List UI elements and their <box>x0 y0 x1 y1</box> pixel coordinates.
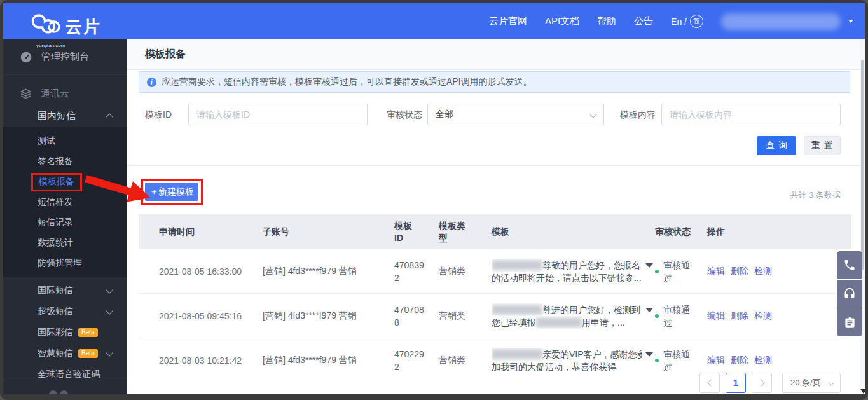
layers-icon <box>20 88 32 100</box>
expand-template-caret-icon[interactable] <box>645 308 653 312</box>
screenshot-frame: 云片 yunpian.com 云片官网 API文档 帮助 公告 En / 简 管 <box>0 0 868 400</box>
cell-template: 尊进的用户您好，检测到 您已经填报用申请，... <box>492 303 655 329</box>
template-text: 尊进的用户您好，检测到 <box>542 305 640 315</box>
edit-link[interactable]: 编辑 <box>707 355 725 366</box>
cell-subaccount: [营销] 4fd3****f979 营销 <box>263 355 394 366</box>
cell-operations: 编辑 删除 检测 <box>707 355 851 366</box>
yunpian-logo[interactable]: 云片 yunpian.com <box>30 9 101 34</box>
next-page-button[interactable] <box>752 373 772 393</box>
redacted-text <box>492 349 542 359</box>
delete-link[interactable]: 删除 <box>731 266 748 277</box>
customer-service-button[interactable] <box>837 280 862 308</box>
sidebar-item-intl-mms[interactable]: 国际彩信 Beta <box>3 322 127 343</box>
status-dot-green <box>655 314 659 318</box>
sidebar-item-template-filing[interactable]: 模板报备 <box>3 172 127 192</box>
new-template-button[interactable]: ＋新建模板 <box>145 183 198 201</box>
sidebar-item-sms-records[interactable]: 短信记录 <box>3 212 127 233</box>
submenu-label: 数据统计 <box>38 237 73 249</box>
check-link[interactable]: 检测 <box>754 266 772 277</box>
expand-template-caret-icon[interactable] <box>645 352 653 357</box>
sidebar-item-domestic-sms[interactable]: 国内短信 <box>3 104 127 127</box>
template-text: 尊敬的用户您好，您报名 <box>542 260 640 270</box>
feedback-button[interactable] <box>837 308 862 336</box>
template-id-label: 模板ID <box>145 104 172 125</box>
sidebar-item-smart-sms[interactable]: 智慧短信 Beta <box>3 343 127 364</box>
review-status-value: 全部 <box>436 109 453 120</box>
sidebar-item-signature-filing[interactable]: 签名报备 <box>3 151 127 172</box>
domestic-sms-label: 国内短信 <box>38 110 76 122</box>
logo-text: 云片 <box>65 18 101 35</box>
cell-template-id: 4708392 <box>394 259 439 284</box>
review-status-label: 审核状态 <box>387 104 422 125</box>
template-id-input[interactable] <box>188 104 368 125</box>
page-size-select[interactable]: 20 条/页 <box>782 373 841 393</box>
nav-link-announcements[interactable]: 公告 <box>634 15 653 27</box>
review-status-select[interactable]: 全部 <box>427 104 604 125</box>
check-link[interactable]: 检测 <box>754 355 772 366</box>
prev-page-button[interactable] <box>699 373 720 393</box>
account-menu-redacted[interactable] <box>721 13 841 30</box>
vertical-scrollbar[interactable] <box>860 39 865 394</box>
cell-template-type: 营销类 <box>439 266 492 277</box>
delete-link[interactable]: 删除 <box>731 355 748 366</box>
sidebar-item-anti-harassment[interactable]: 防骚扰管理 <box>3 253 127 273</box>
search-button[interactable]: 查询 <box>757 136 796 155</box>
check-link[interactable]: 检测 <box>754 310 772 322</box>
sidebar-group-comm-cloud[interactable]: 通讯云 <box>3 83 127 104</box>
edit-link[interactable]: 编辑 <box>707 266 725 277</box>
table-row: 2021-08-05 16:33:00 [营销] 4fd3****f979 营销… <box>139 249 851 294</box>
sidebar-group-label: 通讯云 <box>41 88 69 100</box>
status-text: 审核通过 <box>663 303 694 329</box>
sidebar-item-super-sms[interactable]: 超级短信 <box>3 301 127 322</box>
template-text: 您已经填报 <box>492 317 536 328</box>
submenu-label: 测试 <box>38 135 55 147</box>
sidebar-item-test[interactable]: 测试 <box>3 131 127 151</box>
status-dot-green <box>655 359 659 362</box>
chevron-up-icon <box>106 113 113 120</box>
page-title-bar: 模板报备 <box>127 39 860 70</box>
template-text: 用申请，... <box>582 317 625 328</box>
lang-en-label: En / <box>671 17 687 27</box>
account-caret-icon <box>848 20 853 23</box>
template-text: 的活动即将开始，请点击以下链接参... <box>492 272 642 284</box>
sidebar-item-intl-sms[interactable]: 国际短信 <box>3 280 127 301</box>
notice-banner: i 应运营商要求，短信内容需审核，模板审核通过后，可以直接群发或通过API调用的… <box>139 71 850 93</box>
sidebar-item-data-statistics[interactable]: 数据统计 <box>3 233 127 253</box>
page-title: 模板报备 <box>145 48 186 61</box>
clipped-bottom-icon <box>49 390 68 394</box>
cell-template-id: 4707088 <box>394 303 439 329</box>
current-page-button[interactable]: 1 <box>726 373 746 393</box>
phone-contact-button[interactable] <box>837 251 862 279</box>
sidebar-item-global-voice-code[interactable]: 全球语音验证码 <box>3 364 127 385</box>
submenu-label: 短信记录 <box>38 217 73 228</box>
cell-review-status: 审核通过 <box>655 259 707 284</box>
table-row: 2021-08-05 09:45:16 [营销] 4fd3****f979 营销… <box>139 294 851 338</box>
scrollbar-down-arrow-icon[interactable] <box>860 389 865 394</box>
page-size-value: 20 条/页 <box>790 377 821 389</box>
menu-label: 全球语音验证码 <box>38 369 100 380</box>
template-content-input[interactable] <box>661 104 841 125</box>
cell-apply-time: 2021-08-05 16:33:00 <box>139 266 263 277</box>
nav-link-official-site[interactable]: 云片官网 <box>489 15 527 27</box>
cell-subaccount: [营销] 4fd3****f979 营销 <box>263 310 394 322</box>
cell-template: 亲爱的VIP客户，感谢您参 加我司的大促活动，恭喜你获得 <box>492 348 655 373</box>
sidebar-item-sms-bulk-send[interactable]: 短信群发 <box>3 192 127 212</box>
chevron-down-icon <box>106 286 113 293</box>
delete-link[interactable]: 删除 <box>731 310 748 322</box>
cell-subaccount: [营销] 4fd3****f979 营销 <box>263 266 394 277</box>
status-text: 审核通过 <box>663 348 694 373</box>
cloud-logo-icon <box>30 9 63 34</box>
expand-template-caret-icon[interactable] <box>645 263 653 268</box>
header-operations: 操作 <box>707 226 851 238</box>
reset-button[interactable]: 重置 <box>804 136 841 155</box>
submenu-label: 签名报备 <box>38 156 73 167</box>
scrollbar-thumb[interactable] <box>861 60 864 270</box>
language-switcher[interactable]: En / 简 <box>671 15 703 28</box>
submenu-label: 防骚扰管理 <box>38 258 82 269</box>
nav-link-help[interactable]: 帮助 <box>597 15 616 27</box>
nav-link-api-docs[interactable]: API文档 <box>545 15 579 27</box>
edit-link[interactable]: 编辑 <box>707 310 725 322</box>
cell-apply-time: 2021-08-03 10:21:42 <box>139 355 263 366</box>
template-text: 亲爱的VIP客户，感谢您参 <box>542 349 642 359</box>
chevron-down-icon <box>589 111 596 118</box>
